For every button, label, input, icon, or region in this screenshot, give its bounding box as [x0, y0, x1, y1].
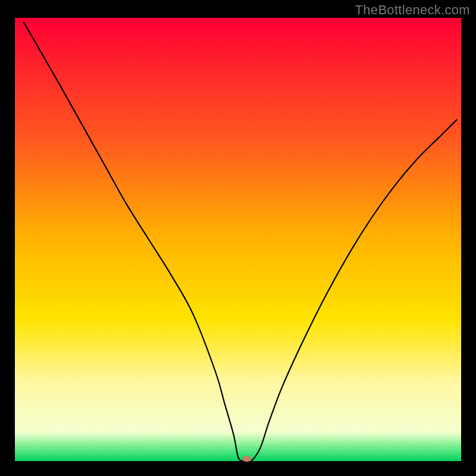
optimal-point: [243, 456, 251, 462]
watermark-text: TheBottleneck.com: [355, 2, 470, 18]
plot-background: [15, 18, 461, 461]
chart-container: TheBottleneck.com: [0, 0, 476, 476]
chart-svg: [0, 0, 476, 476]
